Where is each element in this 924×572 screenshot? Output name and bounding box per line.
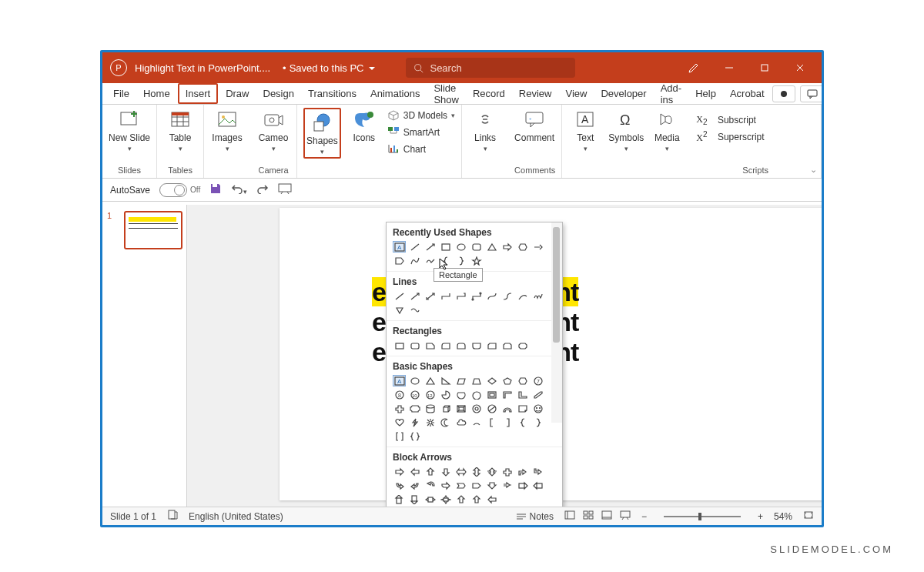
shape-rect[interactable] <box>470 340 483 351</box>
shape-heptagon[interactable]: 7 <box>531 375 544 386</box>
shape-arrow[interactable] <box>408 466 421 477</box>
media-button[interactable]: Media▾ <box>650 108 684 152</box>
shape-rounded-rect[interactable] <box>470 241 483 253</box>
shape-rect[interactable] <box>408 340 421 351</box>
shape-chord[interactable] <box>454 389 467 400</box>
slide-thumbnail[interactable] <box>124 211 182 249</box>
shape-triangle[interactable] <box>485 241 498 253</box>
smartart-button[interactable]: SmartArt <box>387 125 455 140</box>
shape-freeform[interactable] <box>393 304 406 316</box>
images-button[interactable]: Images▾ <box>210 108 244 152</box>
shape-decagon[interactable]: 10 <box>408 389 421 400</box>
tab-transitions[interactable]: Transitions <box>302 83 363 104</box>
tab-design[interactable]: Design <box>257 83 300 104</box>
cameo-button[interactable]: Cameo▾ <box>256 108 290 152</box>
shape-arrow[interactable] <box>393 466 406 477</box>
shape-curved-conn[interactable] <box>485 290 498 302</box>
accessibility-icon[interactable] <box>167 510 178 523</box>
shape-curved-conn[interactable] <box>516 290 529 302</box>
shape-arrow[interactable] <box>454 480 467 491</box>
shape-sun[interactable] <box>424 416 437 428</box>
shape-pentagon[interactable] <box>500 375 514 386</box>
save-status[interactable]: •Saved to this PC <box>283 62 375 74</box>
shape-oval[interactable] <box>408 375 421 386</box>
tab-draw[interactable]: Draw <box>219 83 255 104</box>
record-indicator-icon[interactable] <box>772 85 795 102</box>
shape-rect[interactable] <box>485 340 498 351</box>
shape-rect[interactable] <box>500 340 514 351</box>
shape-dodecagon[interactable]: 12 <box>424 389 437 400</box>
redo-icon[interactable] <box>256 183 269 196</box>
3dmodels-button[interactable]: 3D Models▾ <box>387 108 455 123</box>
shape-arrow[interactable] <box>470 493 483 505</box>
shape-rectangle[interactable] <box>439 241 452 253</box>
shape-arrow[interactable] <box>408 480 421 491</box>
shape-bracket[interactable] <box>485 416 498 428</box>
comments-toggle-button[interactable] <box>800 85 824 102</box>
search-input[interactable]: Search <box>406 58 575 78</box>
shape-arrow[interactable] <box>454 493 467 505</box>
shape-arrow[interactable] <box>439 493 452 505</box>
fit-to-window-icon[interactable] <box>803 510 814 522</box>
shape-brace[interactable] <box>531 416 544 428</box>
shapes-button[interactable]: Shapes▾ <box>303 108 341 159</box>
shape-right-triangle[interactable] <box>439 375 452 386</box>
shape-can[interactable] <box>424 403 437 414</box>
shape-arrow[interactable] <box>393 493 406 505</box>
shape-brackets-pair[interactable] <box>393 430 406 442</box>
shape-teardrop[interactable] <box>470 389 483 400</box>
minimize-button[interactable] <box>715 54 743 82</box>
shape-arrow[interactable] <box>485 466 498 477</box>
shape-donut[interactable] <box>470 403 483 414</box>
shape-pentagon-arrow[interactable] <box>393 255 406 266</box>
shape-arc[interactable] <box>470 416 483 428</box>
shape-freeform[interactable] <box>408 304 421 316</box>
shape-curved-conn[interactable] <box>500 290 514 302</box>
shape-line[interactable] <box>424 290 437 302</box>
tab-insert[interactable]: Insert <box>178 83 219 104</box>
superscript-button[interactable]: X2 Superscript <box>696 129 764 145</box>
shape-elbow[interactable] <box>454 290 467 302</box>
shape-diamond[interactable] <box>485 375 498 386</box>
collapse-ribbon-icon[interactable]: ⌄ <box>810 165 817 175</box>
shape-half-frame[interactable] <box>500 389 514 400</box>
save-icon[interactable] <box>209 182 222 197</box>
shape-freeform[interactable] <box>424 255 437 266</box>
tab-help[interactable]: Help <box>689 83 722 104</box>
tab-addins[interactable]: Add-ins <box>654 83 688 104</box>
tab-developer[interactable]: Developer <box>594 83 652 104</box>
zoom-level[interactable]: 54% <box>774 511 792 522</box>
shape-arrow[interactable] <box>531 466 544 477</box>
shape-rect[interactable] <box>439 340 452 351</box>
shape-rect[interactable] <box>454 340 467 351</box>
shape-arrow[interactable] <box>500 466 514 477</box>
shape-curve[interactable] <box>408 255 421 266</box>
icons-button[interactable]: Icons <box>347 108 381 143</box>
tab-review[interactable]: Review <box>513 83 558 104</box>
tab-record[interactable]: Record <box>467 83 511 104</box>
shape-arrow[interactable] <box>424 493 437 505</box>
notes-button[interactable]: Notes <box>516 511 554 522</box>
links-button[interactable]: Links▾ <box>468 108 502 152</box>
shape-arrow[interactable] <box>516 466 529 477</box>
tab-acrobat[interactable]: Acrobat <box>724 83 771 104</box>
chart-button[interactable]: Chart <box>387 142 455 157</box>
start-slideshow-icon[interactable] <box>278 183 292 196</box>
shape-brace-right[interactable] <box>454 255 467 266</box>
status-language[interactable]: English (United States) <box>189 511 283 522</box>
shape-lightning[interactable] <box>408 416 421 428</box>
maximize-button[interactable] <box>751 54 778 82</box>
shape-bevel[interactable] <box>454 403 467 414</box>
shape-rect[interactable] <box>424 340 437 351</box>
shape-arrow[interactable] <box>424 480 437 491</box>
zoom-in-button[interactable]: + <box>758 511 763 522</box>
tab-slideshow[interactable]: Slide Show <box>427 83 465 104</box>
pen-icon[interactable] <box>680 54 708 82</box>
shape-rect[interactable] <box>393 340 406 351</box>
shape-hexagon[interactable] <box>516 241 529 253</box>
zoom-slider[interactable] <box>664 516 741 517</box>
shape-cube[interactable] <box>439 403 452 414</box>
shape-plaque[interactable] <box>408 403 421 414</box>
shape-arrow[interactable] <box>424 466 437 477</box>
autosave-toggle[interactable]: Off <box>159 183 200 197</box>
